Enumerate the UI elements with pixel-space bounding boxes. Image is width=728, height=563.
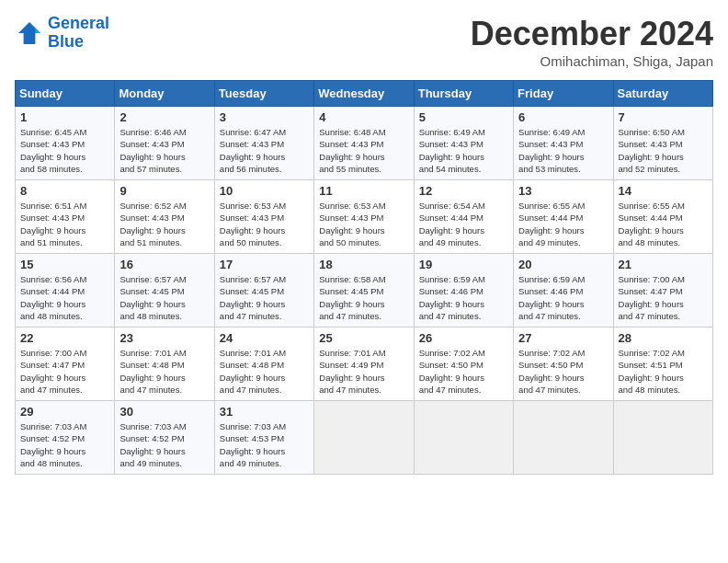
header-tuesday: Tuesday: [214, 81, 313, 107]
day-info: Sunrise: 7:01 AMSunset: 4:48 PMDaylight:…: [220, 347, 309, 396]
week-row-1: 1 Sunrise: 6:45 AMSunset: 4:43 PMDayligh…: [16, 107, 713, 180]
day-info: Sunrise: 6:54 AMSunset: 4:44 PMDaylight:…: [419, 200, 508, 248]
day-number: 19: [419, 258, 508, 271]
day-number: 20: [518, 258, 608, 271]
day-cell: 24 Sunrise: 7:01 AMSunset: 4:48 PMDaylig…: [214, 327, 313, 401]
page-header: General Blue December 2024 Omihachiman, …: [15, 15, 713, 69]
day-info: Sunrise: 7:01 AMSunset: 4:48 PMDaylight:…: [119, 347, 209, 396]
day-info: Sunrise: 6:50 AMSunset: 4:43 PMDaylight:…: [619, 126, 708, 175]
day-number: 29: [20, 405, 109, 419]
header-saturday: Saturday: [613, 81, 712, 107]
day-number: 16: [119, 258, 209, 271]
day-info: Sunrise: 7:03 AMSunset: 4:52 PMDaylight:…: [119, 420, 209, 469]
day-info: Sunrise: 7:03 AMSunset: 4:52 PMDaylight:…: [20, 420, 109, 469]
day-info: Sunrise: 7:00 AMSunset: 4:47 PMDaylight:…: [20, 347, 109, 396]
day-number: 9: [119, 184, 209, 198]
day-number: 2: [119, 110, 209, 124]
title-block: December 2024 Omihachiman, Shiga, Japan: [471, 15, 713, 69]
header-friday: Friday: [514, 81, 613, 107]
header-thursday: Thursday: [414, 81, 513, 107]
day-number: 10: [220, 184, 309, 198]
week-row-5: 29 Sunrise: 7:03 AMSunset: 4:52 PMDaylig…: [16, 401, 713, 475]
day-number: 24: [220, 331, 309, 345]
day-info: Sunrise: 6:51 AMSunset: 4:43 PMDaylight:…: [20, 200, 109, 248]
month-title: December 2024: [471, 15, 713, 53]
day-cell: 7 Sunrise: 6:50 AMSunset: 4:43 PMDayligh…: [613, 107, 712, 180]
day-number: 27: [518, 331, 608, 345]
day-info: Sunrise: 6:58 AMSunset: 4:45 PMDaylight:…: [319, 273, 408, 322]
day-info: Sunrise: 6:55 AMSunset: 4:44 PMDaylight:…: [619, 200, 708, 248]
week-row-4: 22 Sunrise: 7:00 AMSunset: 4:47 PMDaylig…: [16, 327, 713, 401]
day-cell: 1 Sunrise: 6:45 AMSunset: 4:43 PMDayligh…: [16, 107, 115, 180]
day-number: 6: [518, 110, 608, 124]
day-info: Sunrise: 6:59 AMSunset: 4:46 PMDaylight:…: [518, 273, 608, 322]
location: Omihachiman, Shiga, Japan: [471, 53, 713, 69]
day-info: Sunrise: 6:57 AMSunset: 4:45 PMDaylight:…: [119, 273, 209, 322]
day-number: 28: [619, 331, 708, 345]
day-info: Sunrise: 6:52 AMSunset: 4:43 PMDaylight:…: [119, 200, 209, 248]
day-info: Sunrise: 6:48 AMSunset: 4:43 PMDaylight:…: [319, 126, 408, 175]
calendar-header-row: SundayMondayTuesdayWednesdayThursdayFrid…: [16, 81, 713, 107]
day-cell: 5 Sunrise: 6:49 AMSunset: 4:43 PMDayligh…: [414, 107, 513, 180]
week-row-3: 15 Sunrise: 6:56 AMSunset: 4:44 PMDaylig…: [16, 254, 713, 327]
day-cell: [314, 401, 414, 475]
day-number: 12: [419, 184, 508, 198]
day-number: 1: [20, 110, 109, 124]
header-wednesday: Wednesday: [314, 81, 414, 107]
day-number: 11: [319, 184, 408, 198]
day-cell: 25 Sunrise: 7:01 AMSunset: 4:49 PMDaylig…: [314, 327, 414, 401]
calendar-table: SundayMondayTuesdayWednesdayThursdayFrid…: [15, 80, 713, 475]
day-info: Sunrise: 7:02 AMSunset: 4:51 PMDaylight:…: [619, 347, 708, 396]
day-cell: 28 Sunrise: 7:02 AMSunset: 4:51 PMDaylig…: [613, 327, 712, 401]
day-cell: 6 Sunrise: 6:49 AMSunset: 4:43 PMDayligh…: [514, 107, 613, 180]
day-cell: 9 Sunrise: 6:52 AMSunset: 4:43 PMDayligh…: [115, 180, 214, 254]
day-info: Sunrise: 6:49 AMSunset: 4:43 PMDaylight:…: [419, 126, 508, 175]
logo-icon: [15, 18, 44, 48]
day-info: Sunrise: 7:02 AMSunset: 4:50 PMDaylight:…: [419, 347, 508, 396]
logo: General Blue: [15, 15, 109, 52]
day-cell: 21 Sunrise: 7:00 AMSunset: 4:47 PMDaylig…: [613, 254, 712, 327]
day-number: 23: [119, 331, 209, 345]
day-number: 26: [419, 331, 508, 345]
day-cell: 18 Sunrise: 6:58 AMSunset: 4:45 PMDaylig…: [314, 254, 414, 327]
day-number: 30: [119, 405, 209, 419]
day-info: Sunrise: 7:01 AMSunset: 4:49 PMDaylight:…: [319, 347, 408, 396]
day-number: 13: [518, 184, 608, 198]
day-cell: [613, 401, 712, 475]
day-cell: 8 Sunrise: 6:51 AMSunset: 4:43 PMDayligh…: [16, 180, 115, 254]
day-cell: 14 Sunrise: 6:55 AMSunset: 4:44 PMDaylig…: [613, 180, 712, 254]
day-info: Sunrise: 6:53 AMSunset: 4:43 PMDaylight:…: [220, 200, 309, 248]
day-number: 15: [20, 258, 109, 271]
day-cell: 29 Sunrise: 7:03 AMSunset: 4:52 PMDaylig…: [16, 401, 115, 475]
day-cell: 3 Sunrise: 6:47 AMSunset: 4:43 PMDayligh…: [214, 107, 313, 180]
day-info: Sunrise: 7:02 AMSunset: 4:50 PMDaylight:…: [518, 347, 608, 396]
day-info: Sunrise: 6:57 AMSunset: 4:45 PMDaylight:…: [220, 273, 309, 322]
logo-text: General Blue: [48, 15, 109, 52]
day-number: 22: [20, 331, 109, 345]
day-cell: [414, 401, 513, 475]
day-cell: 10 Sunrise: 6:53 AMSunset: 4:43 PMDaylig…: [214, 180, 313, 254]
day-number: 4: [319, 110, 408, 124]
day-cell: 15 Sunrise: 6:56 AMSunset: 4:44 PMDaylig…: [16, 254, 115, 327]
header-sunday: Sunday: [16, 81, 115, 107]
day-cell: [514, 401, 613, 475]
day-number: 8: [20, 184, 109, 198]
day-number: 21: [619, 258, 708, 271]
day-cell: 11 Sunrise: 6:53 AMSunset: 4:43 PMDaylig…: [314, 180, 414, 254]
day-number: 17: [220, 258, 309, 271]
day-info: Sunrise: 6:47 AMSunset: 4:43 PMDaylight:…: [220, 126, 309, 175]
day-info: Sunrise: 6:59 AMSunset: 4:46 PMDaylight:…: [419, 273, 508, 322]
day-info: Sunrise: 7:00 AMSunset: 4:47 PMDaylight:…: [619, 273, 708, 322]
day-info: Sunrise: 6:49 AMSunset: 4:43 PMDaylight:…: [518, 126, 608, 175]
day-cell: 19 Sunrise: 6:59 AMSunset: 4:46 PMDaylig…: [414, 254, 513, 327]
day-number: 5: [419, 110, 508, 124]
day-cell: 22 Sunrise: 7:00 AMSunset: 4:47 PMDaylig…: [16, 327, 115, 401]
day-cell: 20 Sunrise: 6:59 AMSunset: 4:46 PMDaylig…: [514, 254, 613, 327]
day-number: 7: [619, 110, 708, 124]
day-number: 14: [619, 184, 708, 198]
day-cell: 4 Sunrise: 6:48 AMSunset: 4:43 PMDayligh…: [314, 107, 414, 180]
day-info: Sunrise: 6:45 AMSunset: 4:43 PMDaylight:…: [20, 126, 109, 175]
day-number: 3: [220, 110, 309, 124]
day-cell: 2 Sunrise: 6:46 AMSunset: 4:43 PMDayligh…: [115, 107, 214, 180]
header-monday: Monday: [115, 81, 214, 107]
